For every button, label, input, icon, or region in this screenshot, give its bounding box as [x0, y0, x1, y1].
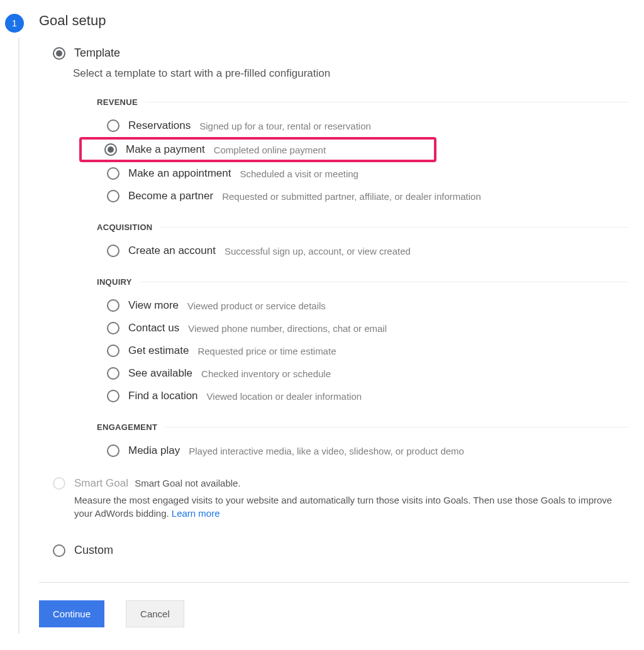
radio-icon [107, 245, 119, 257]
option-description: Viewed phone number, directions, chat or… [188, 323, 387, 334]
template-option[interactable]: Make a paymentCompleted online payment [79, 137, 436, 162]
option-description: Successful sign up, account, or view cre… [225, 246, 411, 256]
custom-label: Custom [74, 544, 113, 557]
option-title: Reservations [128, 119, 191, 132]
divider [145, 102, 629, 102]
category-section: INQUIRYView moreViewed product or servic… [97, 277, 629, 407]
category-section: ACQUISITIONCreate an accountSuccessful s… [97, 223, 629, 262]
radio-icon [53, 544, 65, 557]
radio-icon [107, 444, 119, 457]
template-option[interactable]: Find a locationViewed location or dealer… [102, 385, 629, 407]
option-description: Played interactive media, like a video, … [189, 446, 464, 456]
option-title: Media play [128, 444, 180, 457]
radio-option-smart-goal: Smart Goal Smart Goal not available. [53, 477, 629, 490]
category-section: REVENUEReservationsSigned up for a tour,… [97, 97, 629, 207]
radio-icon [53, 477, 65, 490]
option-title: See available [128, 367, 192, 380]
option-description: Completed online payment [214, 145, 326, 155]
radio-option-template[interactable]: Template [53, 47, 629, 60]
page-title: Goal setup [39, 13, 629, 29]
option-title: Contact us [128, 322, 179, 334]
template-option[interactable]: See availableChecked inventory or schedu… [102, 362, 629, 385]
cancel-button[interactable]: Cancel [126, 600, 184, 627]
option-title: Make a payment [126, 143, 205, 156]
radio-icon [107, 367, 119, 380]
template-description: Select a template to start with a pre-fi… [73, 67, 629, 80]
option-description: Requested or submitted partner, affiliat… [222, 191, 481, 202]
divider [140, 282, 629, 282]
option-title: Get estimate [128, 344, 189, 357]
divider [39, 582, 629, 583]
template-label: Template [74, 47, 120, 60]
option-description: Checked inventory or schedule [201, 368, 331, 379]
smart-goal-description: Measure the most engaged visits to your … [74, 493, 629, 520]
option-title: Become a partner [128, 190, 213, 202]
radio-icon [104, 143, 117, 156]
radio-icon [107, 322, 119, 334]
option-description: Scheduled a visit or meeting [240, 168, 358, 179]
category-title: REVENUE [97, 97, 138, 107]
step-connector-line [18, 38, 19, 634]
option-title: Find a location [128, 390, 198, 402]
category-title: ACQUISITION [97, 223, 153, 232]
step-number-badge: 1 [5, 14, 24, 33]
template-option[interactable]: Become a partnerRequested or submitted p… [102, 185, 629, 207]
template-option[interactable]: Make an appointmentScheduled a visit or … [102, 162, 629, 185]
option-title: Make an appointment [128, 167, 231, 180]
radio-icon [107, 344, 119, 357]
template-option[interactable]: Contact usViewed phone number, direction… [102, 317, 629, 339]
option-description: Requested price or time estimate [197, 346, 336, 356]
template-option[interactable]: Media playPlayed interactive media, like… [102, 439, 629, 462]
radio-icon [107, 299, 119, 312]
template-option[interactable]: Get estimateRequested price or time esti… [102, 339, 629, 362]
category-title: ENGAGEMENT [97, 422, 157, 432]
template-option[interactable]: View moreViewed product or service detai… [102, 294, 629, 317]
smart-goal-title: Smart Goal [74, 477, 128, 489]
option-description: Viewed product or service details [187, 300, 326, 311]
option-title: View more [128, 299, 179, 312]
option-title: Create an account [128, 245, 216, 257]
continue-button[interactable]: Continue [39, 600, 104, 627]
radio-icon [107, 167, 119, 180]
radio-icon [107, 390, 119, 402]
radio-icon [107, 190, 119, 202]
category-section: ENGAGEMENTMedia playPlayed interactive m… [97, 422, 629, 462]
smart-goal-unavailable: Smart Goal not available. [135, 478, 240, 488]
divider [160, 227, 629, 228]
option-description: Signed up for a tour, rental or reservat… [199, 121, 371, 131]
template-option[interactable]: ReservationsSigned up for a tour, rental… [102, 114, 629, 137]
radio-icon [107, 119, 119, 132]
option-description: Viewed location or dealer information [207, 391, 362, 402]
learn-more-link[interactable]: Learn more [172, 508, 220, 519]
radio-option-custom[interactable]: Custom [53, 544, 629, 557]
divider [165, 427, 629, 427]
template-option[interactable]: Create an accountSuccessful sign up, acc… [102, 240, 629, 262]
category-title: INQUIRY [97, 277, 132, 287]
radio-icon [53, 47, 65, 60]
